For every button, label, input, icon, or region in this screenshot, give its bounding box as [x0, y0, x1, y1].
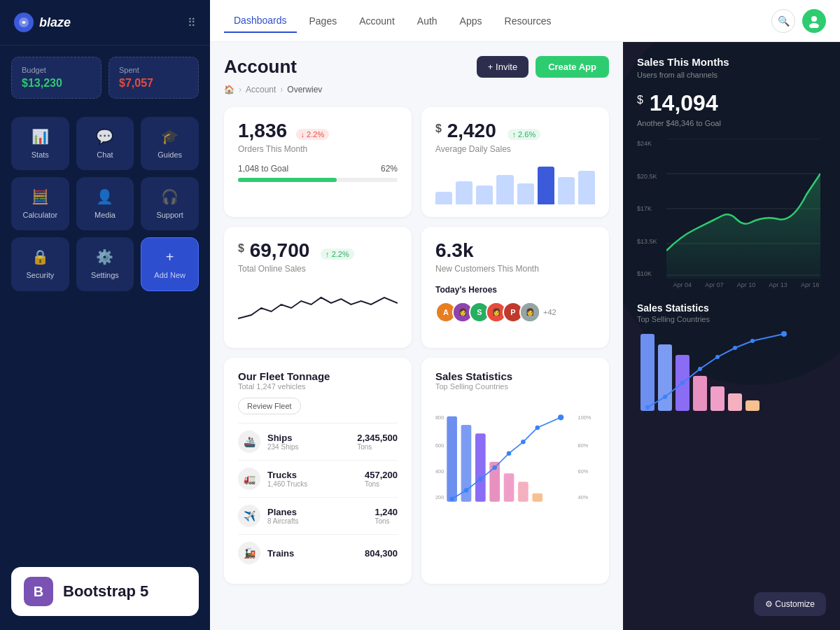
right-chart-container: $24K $20.5K $17K $13.5K $10K	[637, 139, 826, 279]
right-panel: Sales This Months Users from all channel…	[623, 42, 840, 630]
sidebar-item-security[interactable]: 🔒 Security	[11, 237, 69, 291]
svg-text:👩: 👩	[458, 307, 468, 316]
svg-text:200: 200	[435, 494, 444, 500]
sidebar-item-add-new[interactable]: + Add New	[141, 237, 199, 291]
svg-point-31	[558, 414, 564, 420]
online-sales-label: Total Online Sales	[238, 264, 398, 274]
ships-sub: 234 Ships	[267, 443, 298, 451]
nav-account[interactable]: Account	[349, 10, 405, 32]
orders-label: Orders This Month	[238, 144, 398, 154]
fleet-subtitle: Total 1,247 vehicles	[238, 382, 398, 391]
guides-icon: 🎓	[161, 128, 178, 145]
calculator-icon: 🧮	[31, 188, 49, 205]
search-button[interactable]: 🔍	[771, 9, 795, 33]
nav-resources[interactable]: Resources	[495, 10, 561, 32]
nav-apps[interactable]: Apps	[450, 10, 492, 32]
create-app-button[interactable]: Create App	[536, 56, 609, 78]
sidebar-item-calculator[interactable]: 🧮 Calculator	[11, 177, 69, 230]
page-title: Account	[224, 56, 297, 78]
today-heroes-label: Today's Heroes	[435, 285, 595, 295]
svg-text:👩: 👩	[526, 307, 535, 316]
online-sales-prefix: $	[238, 242, 244, 255]
customize-button[interactable]: ⚙ Customize	[754, 592, 826, 616]
x-label-1: Apr 04	[673, 281, 692, 288]
bar-2	[456, 181, 472, 204]
sidebar-item-media[interactable]: 👤 Media	[76, 177, 134, 230]
review-fleet-button[interactable]: Review Fleet	[238, 398, 301, 414]
heroes-extra-count: +42	[543, 308, 556, 316]
right-stats-subtitle: Top Selling Countries	[637, 315, 826, 323]
content-main: Account + Invite Create App 🏠 › Account …	[210, 42, 623, 630]
budget-row: Budget $13,230 Spent $7,057	[0, 46, 210, 110]
svg-text:40%: 40%	[578, 494, 589, 500]
bar-5	[517, 183, 534, 204]
svg-text:400: 400	[435, 468, 444, 475]
sidebar-item-settings[interactable]: ⚙️ Settings	[76, 237, 134, 291]
heroes-avatars: A 👩 S 👩 P 👩 +42	[435, 302, 595, 323]
nav-dashboards[interactable]: Dashboards	[224, 9, 297, 33]
topnav: Dashboards Pages Account Auth Apps Resou…	[210, 0, 840, 42]
logo-text: blaze	[39, 15, 71, 30]
fleet-row-trucks: 🚛 Trucks 1,460 Trucks 457,200 Tons	[238, 460, 398, 497]
online-sales-chart	[238, 284, 398, 335]
svg-point-29	[521, 440, 526, 444]
home-icon: 🏠	[224, 85, 234, 94]
logo: blaze	[14, 13, 71, 32]
invite-button[interactable]: + Invite	[477, 56, 528, 78]
rp-goal-text: Another $48,346 to Goal	[637, 119, 826, 127]
add-new-icon: +	[166, 249, 174, 265]
bar-6	[538, 167, 554, 204]
svg-point-47	[698, 367, 702, 371]
fleet-row-trains: 🚂 Trains 804,300	[238, 534, 398, 571]
security-icon: 🔒	[31, 248, 49, 265]
svg-text:100%: 100%	[578, 414, 592, 421]
sidebar-item-guides[interactable]: 🎓 Guides	[141, 117, 199, 170]
x-label-2: Apr 07	[705, 281, 724, 288]
svg-text:800: 800	[435, 414, 444, 421]
online-sales-val: 69,700	[250, 239, 310, 261]
svg-rect-23	[532, 493, 542, 502]
bar-8	[578, 171, 595, 204]
logo-icon	[14, 13, 34, 32]
trucks-icon: 🚛	[238, 468, 260, 490]
svg-point-2	[809, 23, 819, 28]
trains-icon: 🚂	[238, 542, 260, 564]
y-label-2: $20.5K	[637, 173, 662, 180]
sales-stats-title: Sales Statistics	[435, 370, 595, 382]
orders-progress-bar	[238, 178, 398, 182]
trucks-unit: Tons	[365, 480, 398, 488]
svg-rect-17	[447, 416, 457, 502]
trucks-sub: 1,460 Trucks	[267, 480, 307, 488]
sidebar-stats-label: Stats	[31, 150, 49, 159]
sidebar-toggle-icon[interactable]: ⠿	[188, 16, 196, 29]
nav-auth[interactable]: Auth	[407, 10, 447, 32]
sidebar-guides-label: Guides	[158, 150, 182, 159]
new-customers-number: 6.3k	[435, 239, 474, 261]
sidebar-item-chat[interactable]: 💬 Chat	[76, 117, 134, 170]
orders-progress-label: 1,048 to Goal	[238, 164, 288, 174]
orders-progress-fill	[238, 178, 337, 182]
sidebar: blaze ⠿ Budget $13,230 Spent $7,057 📊 St…	[0, 0, 210, 630]
sidebar-media-label: Media	[94, 211, 115, 219]
svg-rect-42	[728, 393, 742, 411]
sidebar-item-support[interactable]: 🎧 Support	[141, 177, 199, 230]
stats-icon: 📊	[31, 128, 49, 145]
breadcrumb-sep1: ›	[239, 85, 241, 94]
bar-3	[476, 186, 493, 204]
planes-sub: 8 Aircrafts	[267, 517, 298, 525]
sidebar-item-stats[interactable]: 📊 Stats	[11, 117, 69, 170]
budget-value: $13,230	[22, 77, 91, 90]
svg-text:👩: 👩	[492, 307, 501, 316]
user-avatar[interactable]	[802, 9, 826, 33]
nav-pages[interactable]: Pages	[300, 10, 347, 32]
breadcrumb-account[interactable]: Account	[246, 85, 276, 94]
content: Account + Invite Create App 🏠 › Account …	[210, 42, 840, 630]
y-label-4: $13.5K	[637, 238, 662, 245]
daily-sales-prefix: $	[435, 122, 442, 135]
svg-rect-19	[475, 433, 486, 502]
daily-sales-chart	[435, 162, 595, 204]
svg-point-26	[478, 477, 483, 482]
right-sales-stats: Sales Statistics Top Selling Countries	[637, 302, 826, 417]
budget-label: Budget	[22, 66, 91, 74]
daily-sales-number: $ 2,420	[435, 120, 502, 141]
